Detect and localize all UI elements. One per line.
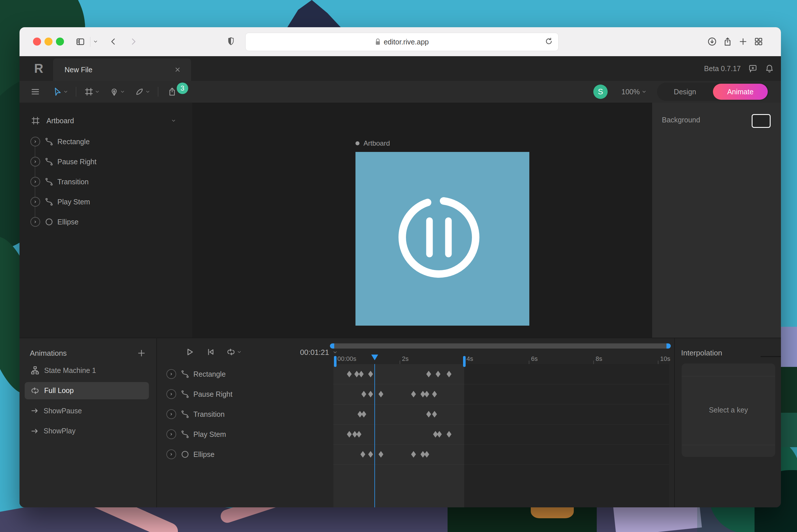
shape-tool-button[interactable] xyxy=(135,87,150,96)
loop-mode-button[interactable] xyxy=(227,347,242,357)
forward-button[interactable] xyxy=(129,35,138,49)
window-minimize-button[interactable] xyxy=(44,38,53,45)
chevron-down-icon xyxy=(120,89,125,94)
expand-toggle-icon[interactable] xyxy=(31,217,40,227)
hierarchy-item-ellipse[interactable]: Ellipse xyxy=(19,212,203,232)
work-area-region xyxy=(333,364,464,507)
hierarchy-header-row[interactable]: Artboard xyxy=(19,111,192,131)
expand-toggle-icon[interactable] xyxy=(31,137,40,147)
ruler-tick-label: 4s xyxy=(467,355,473,363)
ruler-tick xyxy=(400,361,400,364)
expand-toggle-icon[interactable] xyxy=(31,197,40,207)
work-area-end-marker[interactable] xyxy=(463,356,466,367)
shield-icon xyxy=(227,37,235,46)
feedback-button[interactable] xyxy=(748,64,757,73)
expand-toggle-icon[interactable] xyxy=(166,430,176,439)
range-end-handle[interactable] xyxy=(667,343,671,348)
zoom-level-dropdown[interactable]: 100% xyxy=(621,88,647,96)
animation-item-full-loop[interactable]: Full Loop xyxy=(25,382,149,399)
forward-icon xyxy=(129,37,138,46)
expand-toggle-icon[interactable] xyxy=(166,369,176,379)
tab-overview-button[interactable] xyxy=(754,35,763,49)
artboard-tool-button[interactable] xyxy=(84,87,100,96)
chevron-down-icon xyxy=(63,89,68,94)
artboard-canvas-label[interactable]: Artboard xyxy=(356,139,390,147)
select-tool-button[interactable] xyxy=(53,87,68,96)
canvas-stage[interactable]: Artboard xyxy=(192,102,652,338)
downloads-button[interactable] xyxy=(707,35,717,49)
wallpaper-right-edge-plants xyxy=(779,327,797,447)
animation-item-label: State Machine 1 xyxy=(44,366,96,375)
chevron-down-icon xyxy=(641,89,647,94)
window-close-button[interactable] xyxy=(33,38,41,45)
rive-logo[interactable]: R xyxy=(31,60,47,77)
cursor-icon xyxy=(53,87,62,96)
file-tab[interactable]: New File xyxy=(53,58,191,81)
playhead-handle[interactable] xyxy=(371,355,378,360)
privacy-shield-button[interactable] xyxy=(227,35,235,49)
menu-button[interactable] xyxy=(31,87,40,97)
design-mode-button[interactable]: Design xyxy=(657,88,713,96)
interpolation-header-underline xyxy=(761,356,781,357)
plus-icon xyxy=(739,37,748,46)
address-bar[interactable]: editor.rive.app xyxy=(245,33,559,51)
track-label: Play Stem xyxy=(193,430,226,439)
export-button[interactable]: 3 xyxy=(167,87,183,96)
background-color-swatch[interactable] xyxy=(752,114,771,128)
window-zoom-button[interactable] xyxy=(56,38,64,45)
artboard[interactable] xyxy=(356,152,529,326)
mode-switcher: Design Animate xyxy=(657,82,769,101)
pen-tool-button[interactable] xyxy=(110,87,125,96)
hierarchy-item-transition[interactable]: Transition xyxy=(19,172,203,192)
skip-to-start-button[interactable] xyxy=(206,347,215,357)
user-avatar[interactable]: S xyxy=(593,84,608,99)
track-label: Pause Right xyxy=(193,390,232,398)
animation-item-showplay[interactable]: ShowPlay xyxy=(25,422,149,440)
ruler-tick-label: 2s xyxy=(402,355,409,363)
hierarchy-item-rectangle[interactable]: Rectangle xyxy=(19,132,203,152)
animation-item-state-machine-1[interactable]: State Machine 1 xyxy=(25,362,149,379)
curve-icon xyxy=(45,137,53,146)
expand-toggle-icon[interactable] xyxy=(166,389,176,399)
timeline-track-pause-right[interactable]: Pause Right xyxy=(157,384,343,404)
expand-toggle-icon[interactable] xyxy=(166,450,176,459)
back-button[interactable] xyxy=(109,35,117,49)
ellipse-icon xyxy=(45,217,53,226)
chevron-down-icon xyxy=(95,89,100,94)
export-icon xyxy=(167,87,177,96)
sidebar-dropdown-chevron[interactable] xyxy=(93,35,98,49)
track-separator-line xyxy=(333,404,669,404)
expand-toggle-icon[interactable] xyxy=(31,157,40,167)
timeline-ruler[interactable]: 00:00s2s4s6s8s10s xyxy=(333,355,669,364)
curve-icon xyxy=(181,390,189,398)
animation-item-showpause[interactable]: ShowPause xyxy=(25,402,149,419)
expand-toggle-icon[interactable] xyxy=(31,177,40,187)
track-label: Ellipse xyxy=(193,450,215,459)
hierarchy-item-play-stem[interactable]: Play Stem xyxy=(19,192,203,212)
play-button[interactable] xyxy=(184,347,195,357)
close-tab-icon[interactable] xyxy=(174,66,181,73)
timeline-keyframe-area[interactable] xyxy=(333,364,669,507)
lock-icon xyxy=(375,38,381,45)
share-button[interactable] xyxy=(723,35,732,49)
timeline-range-scrubber[interactable] xyxy=(330,343,671,348)
reload-button[interactable] xyxy=(545,37,553,45)
timeline-track-ellipse[interactable]: Ellipse xyxy=(157,444,343,464)
work-area-start-marker[interactable] xyxy=(334,356,337,367)
timeline-track-transition[interactable]: Transition xyxy=(157,404,343,424)
chevron-down-icon xyxy=(237,349,242,355)
timeline-track-play-stem[interactable]: Play Stem xyxy=(157,424,343,444)
timecode-display[interactable]: 00:01:21 xyxy=(280,348,329,357)
background-label: Background xyxy=(662,116,700,124)
sidebar-toggle-button[interactable] xyxy=(76,35,85,49)
expand-toggle-icon[interactable] xyxy=(166,409,176,419)
range-start-handle[interactable] xyxy=(330,343,334,348)
teardrop-icon xyxy=(135,87,144,96)
animate-mode-button[interactable]: Animate xyxy=(713,84,768,100)
add-animation-button[interactable] xyxy=(137,348,146,358)
notifications-bell-button[interactable] xyxy=(765,64,774,73)
interpolation-panel: Interpolation Select a key xyxy=(674,338,781,507)
timeline-track-rectangle[interactable]: Rectangle xyxy=(157,364,343,384)
hierarchy-item-pause-right[interactable]: Pause Right xyxy=(19,152,203,172)
new-tab-button[interactable] xyxy=(739,35,748,49)
